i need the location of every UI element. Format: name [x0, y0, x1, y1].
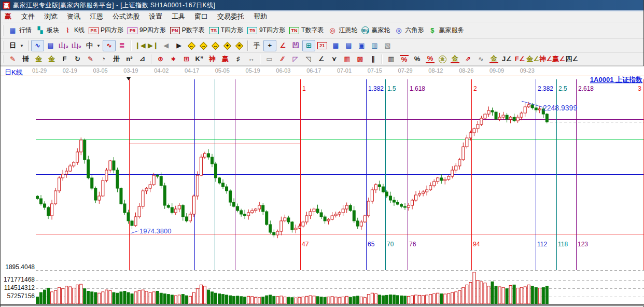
intraday-wave-button[interactable]: ∿	[31, 40, 44, 51]
trend-angle-tool[interactable]: ∠	[315, 53, 328, 65]
wave-check-tool[interactable]: ⋎	[328, 53, 341, 65]
fan-box2-tool[interactable]: ◹	[302, 53, 315, 65]
ying-tool[interactable]: 赢	[219, 53, 232, 65]
gold-comb2-tool[interactable]: 金	[45, 53, 58, 65]
gold-flag-tool[interactable]: 金	[449, 53, 461, 65]
spiral-tool[interactable]: ↻	[71, 53, 84, 65]
gann-grid-tool[interactable]: ⊞	[302, 40, 315, 51]
period-day-dropdown[interactable]: 日▼	[6, 40, 26, 51]
gold-circle-tool[interactable]: 金	[437, 54, 449, 65]
t-number-table-button[interactable]: TNT数字表	[287, 24, 326, 36]
comb-tool[interactable]: 卌	[19, 53, 32, 65]
save-chart-button[interactable]: ▥	[368, 40, 381, 51]
shen-angle-tool[interactable]: 神∠	[539, 53, 552, 65]
fit-x-button[interactable]: ↔	[209, 40, 221, 51]
four-angle-tool[interactable]: 四∠	[565, 53, 578, 65]
t9-square-button[interactable]: T99T四方形	[245, 24, 287, 36]
brush-tool[interactable]: ✎	[6, 53, 19, 65]
menu-item-资讯[interactable]: 资讯	[62, 11, 85, 22]
p9-square-button[interactable]: P99P四方形	[125, 24, 168, 36]
brush2-tool[interactable]: ✎	[84, 53, 97, 65]
red-wave-button[interactable]: ∿	[103, 40, 116, 51]
shen-tool[interactable]: 神	[206, 53, 219, 65]
p-square-button[interactable]: PSP四方形	[87, 24, 125, 36]
grid-a-tool[interactable]: ▦	[341, 53, 354, 65]
chart-area[interactable]: 01-2902-1903-0503-1904-0204-1705-0505-19…	[1, 66, 644, 306]
toolbar-grip[interactable]	[3, 41, 4, 50]
gann-wheel-button[interactable]: ◎江恩轮	[326, 24, 359, 36]
gold-underline-tool[interactable]: 金	[487, 53, 500, 65]
workstation-button[interactable]: ▧	[381, 40, 394, 51]
winner-service-button[interactable]: $赢家服务	[426, 24, 466, 36]
hand-drag-tool[interactable]: 手	[250, 40, 263, 51]
menu-item-帮助[interactable]: 帮助	[249, 11, 272, 22]
angle-measure-tool[interactable]: ∠	[276, 40, 289, 51]
crosshair-tool[interactable]: +	[263, 40, 276, 51]
titlebar[interactable]: 赢 赢家江恩专业版[赢家内部服务平台] - [上证指数 SH1A0001-167…	[1, 0, 643, 11]
calculator-button[interactable]: ▦	[329, 40, 342, 51]
first-page-button[interactable]: ❙◀	[134, 40, 147, 51]
stats-chart-tool[interactable]: ▥	[385, 53, 398, 65]
pencil-up-tool[interactable]: ⇗	[461, 53, 474, 65]
profile-histogram-button[interactable]: ≣	[116, 40, 129, 51]
ruler12-tool[interactable]: ♯	[232, 53, 245, 65]
quotes-button[interactable]: ▦行情	[6, 24, 34, 36]
k-quote-tool[interactable]: K”	[193, 53, 206, 65]
last-page-button[interactable]: ▶❙	[147, 40, 160, 51]
menu-item-窗口[interactable]: 窗口	[190, 11, 213, 22]
zoom-full-button[interactable]: ✳	[233, 40, 245, 51]
percent-tool[interactable]: %	[411, 53, 424, 65]
calendar-button[interactable]: 21	[315, 40, 329, 51]
grid-star-tool[interactable]: ⊞	[180, 53, 193, 65]
zoom-out-x-button[interactable]: ←	[186, 40, 198, 51]
percent-strike-tool[interactable]: %	[398, 53, 411, 65]
menu-item-江恩[interactable]: 江恩	[85, 11, 108, 22]
bars3-button[interactable]: 山₃	[57, 40, 70, 51]
toolbar-grip[interactable]	[3, 25, 4, 36]
hexagon-button[interactable]: ◎六角形	[392, 24, 426, 36]
f-angle-tool[interactable]: F∠	[513, 53, 526, 65]
single-candle-dropdown[interactable]: 中▼	[83, 40, 103, 51]
j-angle-tool[interactable]: J∠	[500, 53, 513, 65]
page-left-button[interactable]: ◀	[160, 40, 173, 51]
pattern-tool[interactable]: 凹	[289, 40, 302, 51]
time-clock-tool[interactable]: ◔	[97, 53, 110, 65]
gold-comb-tool[interactable]: 金	[32, 53, 45, 65]
gold-angle-tool[interactable]: 金∠	[526, 53, 539, 65]
grid-b-tool[interactable]: ▩	[354, 53, 367, 65]
t-square-button[interactable]: TST四方形	[207, 24, 245, 36]
menu-item-设置[interactable]: 设置	[144, 11, 167, 22]
angle-flag-tool[interactable]: ⊿	[136, 53, 149, 65]
fan-box-tool[interactable]: ◸	[289, 53, 302, 65]
a-wave-tool[interactable]: ∿	[474, 53, 487, 65]
percent-underline-tool[interactable]: %	[424, 53, 437, 65]
menu-item-工具[interactable]: 工具	[167, 11, 190, 22]
bars9-button[interactable]: 山₉	[70, 40, 83, 51]
menu-item-交易委托[interactable]: 交易委托	[213, 11, 249, 22]
winner-wheel-button[interactable]: Big赢家轮	[359, 24, 392, 36]
info-panel-button[interactable]: ▤	[44, 40, 57, 51]
zoom-in-x-button[interactable]: →	[198, 40, 209, 51]
starburst-tool[interactable]: ∗	[167, 53, 180, 65]
kline-chart[interactable]: 01-2902-1903-0503-1904-0204-1705-0505-19…	[1, 66, 644, 306]
select-rect-tool[interactable]: ▭	[263, 53, 276, 65]
menu-item-文件[interactable]: 文件	[17, 11, 39, 22]
f-comb-tool[interactable]: F	[58, 53, 71, 65]
ying-angle-tool[interactable]: 赢∠	[552, 53, 565, 65]
zoom-all-button[interactable]: +	[221, 40, 233, 51]
target-cross-tool[interactable]: ⊕	[154, 53, 167, 65]
n-square-tool[interactable]: n²	[123, 53, 136, 65]
gann-fan-tool[interactable]: ∕∕	[276, 53, 289, 65]
span-measure-tool[interactable]: ↔	[245, 53, 258, 65]
p-number-table-button[interactable]: PNP数字表	[168, 24, 207, 36]
notes-button[interactable]: ▤	[342, 40, 355, 51]
menu-item-公式选股[interactable]: 公式选股	[108, 11, 144, 22]
comb2-tool[interactable]: 卅	[110, 53, 123, 65]
parallel-lines-tool[interactable]: ∥	[367, 53, 380, 65]
menu-item-浏览[interactable]: 浏览	[39, 11, 62, 22]
sectors-button[interactable]: ▚板块	[34, 24, 61, 36]
save-button[interactable]: ▣	[355, 40, 368, 51]
kline-button[interactable]: ⌇K线	[61, 24, 87, 36]
page-right-button[interactable]: ▶	[173, 40, 186, 51]
toolbar-grip[interactable]	[3, 55, 4, 64]
